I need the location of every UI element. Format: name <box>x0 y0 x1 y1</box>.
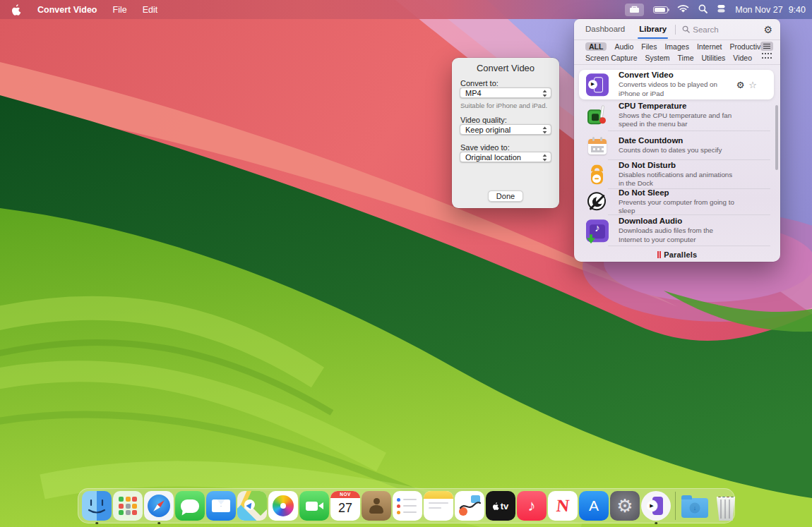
menubar-date: Mon Nov 27 <box>735 5 782 15</box>
dock-app-store-icon[interactable]: A <box>579 491 609 521</box>
dock-freeform-icon[interactable] <box>455 491 484 521</box>
tool-title: Convert Video <box>619 71 737 79</box>
dock-trash-icon[interactable] <box>711 491 741 521</box>
save-to-select[interactable]: Original location <box>460 152 551 162</box>
dock-calendar-icon[interactable]: NOV 27 <box>330 491 360 521</box>
menubar-time: 9:40 <box>789 5 806 15</box>
dock-contacts-icon[interactable] <box>362 491 391 521</box>
dock-mail-icon[interactable] <box>206 491 236 521</box>
tool-description: Downloads audio files from the Internet … <box>619 226 737 244</box>
convert-to-value: MP4 <box>465 89 482 97</box>
tool-description: Converts videos to be played on iPhone o… <box>619 80 737 98</box>
wifi-icon[interactable] <box>677 4 689 16</box>
list-item-download-audio[interactable]: ♪ Download Audio Downloads audio files f… <box>574 215 780 246</box>
dock-music-icon[interactable]: ♪ <box>517 491 547 521</box>
category-internet[interactable]: Internet <box>697 42 722 51</box>
dock-maps-icon[interactable] <box>237 491 267 521</box>
toolbox-panel: Dashboard Library Search ⚙ ALL Audio Fil… <box>574 19 780 262</box>
convert-to-caption: Suitable for iPhone and iPad. <box>460 102 547 109</box>
cpu-temperature-tool-icon <box>586 104 609 127</box>
favorite-star-icon[interactable]: ☆ <box>748 80 757 90</box>
scrollbar-thumb[interactable] <box>775 105 778 170</box>
menu-file[interactable]: File <box>113 5 127 15</box>
dock-safari-icon[interactable] <box>144 491 174 521</box>
do-not-disturb-tool-icon <box>586 164 609 186</box>
dock: NOV 27 tv ♪ N A ⚙ ▶ ↓ <box>78 488 735 523</box>
dock-photos-icon[interactable] <box>268 491 298 521</box>
category-all[interactable]: ALL <box>585 42 607 51</box>
panel-settings-gear-icon[interactable]: ⚙ <box>763 25 772 35</box>
category-images[interactable]: Images <box>664 42 688 51</box>
done-button[interactable]: Done <box>488 190 523 202</box>
category-video[interactable]: Video <box>733 54 752 62</box>
do-not-sleep-tool-icon <box>586 191 609 214</box>
category-filters: ALL Audio Files Images Internet Producti… <box>574 41 780 64</box>
settings-gear-glyph: ⚙ <box>616 497 633 515</box>
list-item-cpu-temperature[interactable]: CPU Temperature Shows the CPU temperatur… <box>574 99 780 131</box>
menu-app-name[interactable]: Convert Video <box>37 5 97 15</box>
video-quality-select[interactable]: Keep original <box>460 124 551 135</box>
video-quality-label: Video quality: <box>460 116 507 124</box>
category-files[interactable]: Files <box>641 42 657 51</box>
search-icon <box>682 25 690 33</box>
list-item-date-countdown[interactable]: Date Countdown Counts down to dates you … <box>574 131 780 160</box>
convert-to-select[interactable]: MP4 <box>460 87 551 98</box>
tool-settings-gear-icon[interactable]: ⚙ <box>736 80 745 90</box>
menubar-clock[interactable]: Mon Nov 27 9:40 <box>735 5 806 15</box>
tool-title: Do Not Sleep <box>619 188 737 197</box>
tool-description: Counts down to dates you specify <box>619 146 737 155</box>
dock-notes-icon[interactable] <box>424 491 453 521</box>
menu-edit[interactable]: Edit <box>143 5 158 15</box>
category-system[interactable]: System <box>645 54 670 62</box>
search-field[interactable]: Search <box>682 25 718 34</box>
date-countdown-tool-icon <box>586 135 609 157</box>
tool-description: Prevents your computer from going to sle… <box>619 198 737 216</box>
stepper-chevrons-icon <box>542 154 548 163</box>
dock-reminders-icon[interactable] <box>393 491 422 521</box>
tool-title: Download Audio <box>619 217 737 225</box>
dock-messages-icon[interactable] <box>175 491 205 521</box>
list-item-do-not-disturb[interactable]: Do Not Disturb Disables notifications an… <box>574 160 780 189</box>
category-time[interactable]: Time <box>678 54 694 62</box>
list-item-do-not-sleep[interactable]: Do Not Sleep Prevents your computer from… <box>574 189 780 215</box>
dock-launchpad-icon[interactable] <box>113 491 143 521</box>
convert-video-dialog: Convert Video Convert to: MP4 Suitable f… <box>452 58 559 208</box>
download-audio-tool-icon: ♪ <box>586 219 609 242</box>
tab-dashboard[interactable]: Dashboard <box>585 25 625 35</box>
header-divider <box>675 25 676 35</box>
list-view-icon[interactable] <box>760 42 773 51</box>
calendar-month: NOV <box>330 491 360 498</box>
stepper-chevrons-icon <box>542 90 548 99</box>
category-audio[interactable]: Audio <box>614 42 633 51</box>
tool-title: Do Not Disturb <box>619 161 737 169</box>
dock-facetime-icon[interactable] <box>299 491 329 521</box>
search-placeholder: Search <box>693 25 718 34</box>
dock-news-icon[interactable]: N <box>548 491 578 521</box>
tab-library[interactable]: Library <box>639 25 667 35</box>
dock-tv-icon[interactable]: tv <box>486 491 515 521</box>
category-screen-capture[interactable]: Screen Capture <box>585 54 638 62</box>
stepper-chevrons-icon <box>542 126 548 135</box>
dock-finder-icon[interactable] <box>82 491 112 521</box>
calendar-day: 27 <box>330 498 360 518</box>
spotlight-search-icon[interactable] <box>698 4 707 16</box>
dock-system-settings-icon[interactable]: ⚙ <box>610 491 640 521</box>
user-switch-icon[interactable] <box>717 4 726 16</box>
dock-downloads-icon[interactable]: ↓ <box>680 491 710 521</box>
battery-icon[interactable] <box>653 6 668 13</box>
save-to-label: Save video to: <box>460 143 510 152</box>
category-utilities[interactable]: Utilities <box>702 54 726 62</box>
convert-video-tool-icon: ▶ <box>586 73 609 96</box>
toolbox-menubar-icon[interactable] <box>625 4 644 16</box>
dialog-title: Convert Video <box>452 63 559 73</box>
parallels-logo-icon <box>657 251 662 258</box>
convert-to-label: Convert to: <box>460 79 498 87</box>
tool-title: CPU Temperature <box>619 102 737 110</box>
dock-convert-video-icon[interactable]: ▶ <box>641 491 671 521</box>
menu-bar: Convert Video File Edit Mon Nov 27 9:40 <box>0 0 812 19</box>
brand-name: Parallels <box>664 250 697 259</box>
apple-menu-icon[interactable] <box>12 4 22 16</box>
list-item-convert-video[interactable]: ▶ Convert Video Converts videos to be pl… <box>579 70 774 99</box>
grid-view-icon[interactable] <box>762 53 772 61</box>
video-quality-value: Keep original <box>465 126 511 134</box>
